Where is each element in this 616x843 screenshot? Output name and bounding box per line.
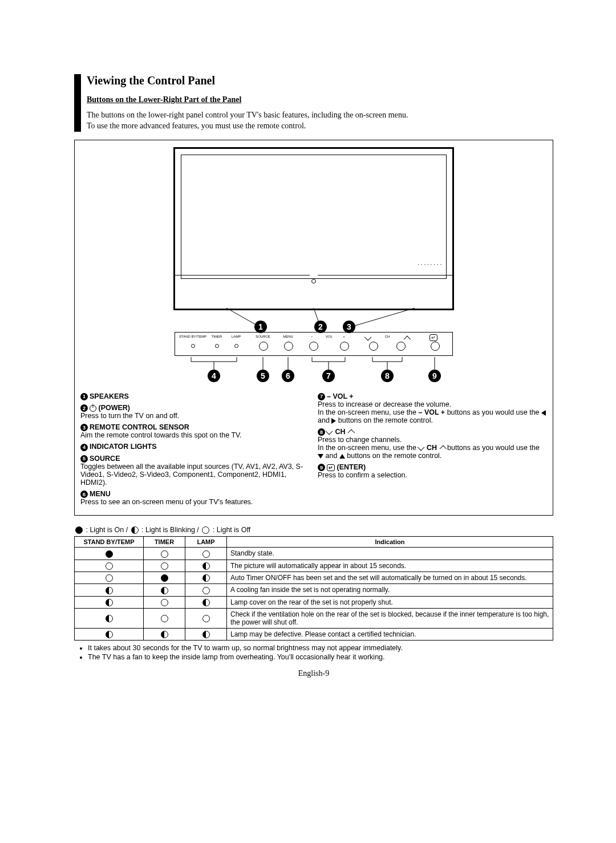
label-menu: MENU bbox=[277, 335, 299, 338]
table-row: The picture will automatically appear in… bbox=[75, 560, 553, 572]
button-menu bbox=[284, 342, 293, 351]
light-timer bbox=[215, 344, 219, 348]
symbol-on bbox=[75, 526, 83, 534]
figure-box: • • • • • • • • 1 2 3 STAND BY/TEMP TIME… bbox=[74, 140, 553, 516]
note-2: The TV has a fan to keep the inside lamp… bbox=[88, 653, 553, 661]
triangle-down-icon bbox=[318, 454, 323, 459]
light-legend: : Light is On / : Light is Blinking / : … bbox=[74, 526, 553, 534]
item-remote-sensor: 3REMOTE CONTROL SENSOR Aim the remote co… bbox=[80, 423, 310, 439]
chevron-down-icon bbox=[364, 334, 372, 341]
page-title: Viewing the Control Panel bbox=[87, 74, 553, 87]
button-vol-down bbox=[309, 342, 318, 351]
label-vol-plus: + bbox=[341, 335, 347, 338]
light-standby bbox=[191, 344, 195, 348]
manual-page: Viewing the Control Panel Buttons on the… bbox=[0, 0, 616, 843]
button-enter bbox=[431, 342, 440, 351]
item-enter: 9↵ (ENTER) Press to confirm a selection. bbox=[318, 463, 547, 479]
table-row: Lamp cover on the rear of the set is not… bbox=[75, 596, 553, 608]
descriptions: 1SPEAKERS 2 (POWER) Press to turn the TV… bbox=[80, 392, 547, 509]
button-source bbox=[259, 342, 268, 351]
svg-line-2 bbox=[349, 308, 415, 327]
bottom-callouts: 4 5 6 7 8 9 bbox=[175, 357, 452, 387]
item-indicator-lights: 4INDICATOR LIGHTS bbox=[80, 443, 310, 451]
button-vol-up bbox=[340, 342, 349, 351]
section-subtitle: Buttons on the Lower-Right Part of the P… bbox=[87, 95, 553, 104]
page-footer: English-9 bbox=[74, 669, 553, 678]
table-row: Lamp may be defective. Please contact a … bbox=[75, 628, 553, 640]
label-standby: STAND BY/TEMP bbox=[179, 335, 207, 338]
table-row: Auto Timer ON/OFF has been set and the s… bbox=[75, 572, 553, 583]
label-ch: CH bbox=[382, 335, 393, 338]
item-source: 5SOURCE Toggles between all the availabl… bbox=[80, 455, 310, 487]
heading-sidebar bbox=[74, 74, 81, 132]
callout-8: 8 bbox=[381, 370, 394, 382]
chevron-up-icon bbox=[404, 335, 411, 343]
callout-3: 3 bbox=[343, 321, 355, 333]
th-standby: STAND BY/TEMP bbox=[75, 537, 144, 548]
light-lamp bbox=[234, 344, 238, 348]
th-indication: Indication bbox=[227, 537, 553, 548]
label-lamp: LAMP bbox=[228, 335, 245, 338]
intro-text: The buttons on the lower-right panel con… bbox=[87, 110, 553, 132]
callout-9: 9 bbox=[428, 370, 441, 382]
note-1: It takes about 30 seconds for the TV to … bbox=[88, 644, 553, 652]
tv-screen bbox=[181, 155, 447, 279]
notes-list: It takes about 30 seconds for the TV to … bbox=[74, 644, 553, 661]
label-vol: VOL bbox=[322, 335, 336, 338]
callout-7: 7 bbox=[322, 370, 335, 382]
callout-5: 5 bbox=[257, 370, 269, 382]
control-panel-strip: STAND BY/TEMP TIMER LAMP SOURCE MENU − V… bbox=[175, 332, 453, 356]
item-ch: 8 CH Press to change channels. In the on… bbox=[318, 428, 547, 460]
triangle-up-icon bbox=[339, 454, 345, 459]
button-ch-down bbox=[369, 342, 378, 351]
th-timer: TIMER bbox=[144, 537, 185, 548]
top-callouts: 1 2 3 bbox=[175, 308, 452, 329]
table-row: Standby state. bbox=[75, 548, 553, 560]
callout-4: 4 bbox=[208, 370, 220, 382]
item-speakers: 1SPEAKERS bbox=[80, 392, 310, 400]
callout-1: 1 bbox=[254, 321, 267, 333]
tv-brand-text: • • • • • • • • bbox=[418, 263, 442, 266]
callout-6: 6 bbox=[282, 370, 294, 382]
intro-line-2: To use the more advanced features, you m… bbox=[87, 121, 306, 130]
th-lamp: LAMP bbox=[185, 537, 227, 548]
button-ch-up bbox=[396, 342, 406, 351]
symbol-off bbox=[202, 526, 209, 534]
triangle-left-icon bbox=[541, 410, 546, 416]
table-row: Check if the ventilation hole on the rea… bbox=[75, 608, 553, 628]
tv-power-led bbox=[311, 279, 316, 283]
enter-icon: ↵ bbox=[429, 334, 437, 341]
descriptions-right: 7– VOL + Press to increase or decrease t… bbox=[318, 392, 547, 509]
symbol-blink bbox=[131, 526, 139, 534]
item-menu: 6MENU Press to see an on-screen menu of … bbox=[80, 490, 310, 506]
intro-line-1: The buttons on the lower-right panel con… bbox=[87, 111, 408, 119]
table-row: A cooling fan inside the set is not oper… bbox=[75, 584, 553, 596]
enter-icon: ↵ bbox=[327, 464, 335, 471]
tv-frame: • • • • • • • • bbox=[173, 147, 454, 310]
label-source: SOURCE bbox=[252, 335, 274, 338]
heading-block: Viewing the Control Panel Buttons on the… bbox=[74, 74, 553, 132]
label-vol-minus: − bbox=[309, 335, 315, 338]
tv-diagram: • • • • • • • • 1 2 3 STAND BY/TEMP TIME… bbox=[80, 147, 547, 387]
item-vol: 7– VOL + Press to increase or decrease t… bbox=[318, 392, 547, 424]
power-icon bbox=[90, 405, 96, 412]
chevron-down-icon bbox=[326, 428, 333, 435]
label-timer: TIMER bbox=[208, 335, 225, 338]
item-power: 2 (POWER) Press to turn the TV on and of… bbox=[80, 404, 310, 420]
callout-2: 2 bbox=[314, 321, 327, 333]
descriptions-left: 1SPEAKERS 2 (POWER) Press to turn the TV… bbox=[80, 392, 310, 509]
indication-table: STAND BY/TEMP TIMER LAMP Indication Stan… bbox=[74, 536, 553, 641]
